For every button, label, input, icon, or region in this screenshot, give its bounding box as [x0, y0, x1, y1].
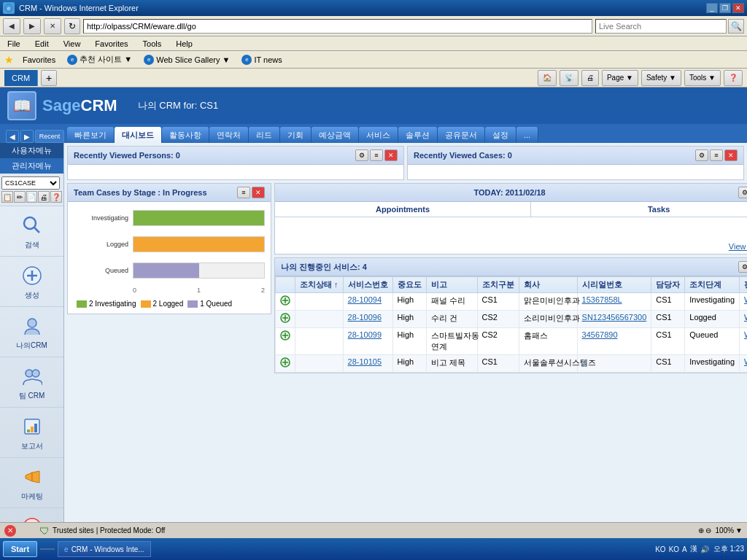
cell-expand-1[interactable]: [276, 311, 295, 328]
ie-icon: e: [3, 2, 15, 14]
sidebar-print-btn[interactable]: 🖨: [38, 191, 50, 203]
cell-case-num-0[interactable]: 28-10094: [343, 293, 392, 311]
sidebar-item-teamcrm[interactable]: 팀 CRM: [0, 357, 63, 408]
cell-serial-1[interactable]: SN123456567300: [577, 311, 651, 328]
cell-expand-2[interactable]: [276, 328, 295, 355]
back-button[interactable]: ◀: [3, 18, 20, 34]
sidebar-help-btn[interactable]: ❓: [50, 191, 62, 203]
sidebar-item-marketing[interactable]: 마케팅: [0, 458, 63, 508]
cell-region-3[interactable]: Worldwide: [740, 355, 747, 373]
menu-help[interactable]: Help: [173, 38, 196, 50]
cases-expand-btn[interactable]: ≡: [710, 149, 723, 161]
col-priority[interactable]: 중요도: [392, 277, 426, 293]
search-button[interactable]: 🔍: [728, 19, 744, 34]
zoom-text: 100%: [716, 526, 735, 534]
sidebar-item-reports[interactable]: 보고서: [0, 408, 63, 458]
menu-tools[interactable]: Tools: [140, 38, 165, 50]
taskbar-item-crm[interactable]: e CRM - Windows Inte...: [58, 541, 151, 557]
refresh-button[interactable]: ↻: [64, 18, 80, 34]
tab-leads[interactable]: 리드: [249, 127, 280, 143]
tab-documents[interactable]: 공유문서: [438, 127, 485, 143]
print-button[interactable]: 🖨: [581, 70, 599, 86]
window-controls[interactable]: _ ❐ ✕: [706, 3, 744, 13]
page-button[interactable]: Page ▼: [602, 70, 638, 86]
fav-item-3[interactable]: e IT news: [239, 53, 285, 66]
nav-forward-button[interactable]: ▶: [20, 130, 34, 143]
fav-item-1[interactable]: e 추천 사이트 ▼: [64, 52, 135, 66]
col-type[interactable]: 조치구분: [477, 277, 519, 293]
cell-expand-3[interactable]: [276, 355, 295, 373]
tab-settings[interactable]: 설정: [485, 127, 516, 143]
taskbar-item-label: CRM - Windows Inte...: [71, 545, 144, 553]
sidebar-new-btn[interactable]: 📋: [1, 191, 13, 203]
favorites-label[interactable]: Favorites: [20, 54, 58, 66]
menu-edit[interactable]: Edit: [32, 38, 52, 50]
persons-close-btn[interactable]: ✕: [384, 149, 398, 161]
cell-serial-2[interactable]: 34567890: [577, 328, 651, 355]
sidebar-edit-btn[interactable]: ✏: [14, 191, 26, 203]
tab-activities[interactable]: 활동사항: [162, 127, 209, 143]
col-stage[interactable]: 조치단계: [685, 277, 740, 293]
tab-opportunities[interactable]: 기회: [280, 127, 311, 143]
sidebar-copy-btn[interactable]: 📄: [26, 191, 38, 203]
cases-close-btn[interactable]: ✕: [724, 149, 738, 161]
rss-button[interactable]: 📡: [560, 70, 578, 86]
cell-region-2[interactable]: Worldwide: [740, 328, 747, 355]
stop-button[interactable]: ✕: [44, 18, 61, 34]
cell-region-1[interactable]: Worldwide: [740, 311, 747, 328]
fav-item-2[interactable]: e Web Slice Gallery ▼: [141, 53, 233, 66]
tab-contacts[interactable]: 연락처: [209, 127, 249, 143]
cases-config-btn[interactable]: ⚙: [738, 261, 747, 273]
help-toolbar-button[interactable]: ❓: [724, 70, 743, 86]
tab-forecast[interactable]: 예상금액: [311, 127, 359, 143]
cell-serial-0[interactable]: 15367858L: [577, 293, 651, 311]
zoom-control[interactable]: 100% ▼: [716, 526, 743, 534]
close-button[interactable]: ✕: [732, 3, 744, 13]
cell-region-0[interactable]: Worldwide: [740, 293, 747, 311]
sidebar-item-search[interactable]: 검색: [0, 206, 63, 257]
persons-expand-btn[interactable]: ≡: [370, 149, 383, 161]
cell-case-num-1[interactable]: 28-10096: [343, 311, 392, 328]
tab-quickview[interactable]: 빠른보기: [67, 127, 115, 143]
tab-more[interactable]: ...: [516, 127, 538, 143]
chart-expand-btn[interactable]: ≡: [237, 187, 250, 198]
view-calendar-link[interactable]: View Calendar: [729, 242, 747, 251]
tab-service[interactable]: 서비스: [359, 127, 398, 143]
sidebar-item-mycrm[interactable]: 나의CRM: [0, 307, 63, 357]
nav-back-button[interactable]: ◀: [6, 130, 19, 143]
col-region[interactable]: 판매구역: [740, 277, 747, 293]
chart-close-btn[interactable]: ✕: [252, 187, 265, 198]
cell-case-num-3[interactable]: 28-10105: [343, 355, 392, 373]
cell-expand-0[interactable]: [276, 293, 295, 311]
col-assignee[interactable]: 담당자: [651, 277, 685, 293]
cell-case-num-2[interactable]: 28-10099: [343, 328, 392, 355]
new-tab-button[interactable]: +: [41, 70, 57, 86]
address-input[interactable]: [83, 19, 592, 34]
sidebar-select[interactable]: CS1CASE: [1, 176, 60, 190]
sidebar-item-create[interactable]: 생성: [0, 257, 63, 307]
restore-button[interactable]: ❐: [719, 3, 731, 13]
recent-button[interactable]: Recent: [35, 130, 64, 143]
col-status[interactable]: 조치상태 ↑: [295, 277, 344, 293]
live-search-input[interactable]: [595, 19, 727, 34]
col-company[interactable]: 회사: [519, 277, 577, 293]
crm-tab[interactable]: CRM: [4, 70, 38, 86]
safety-button[interactable]: Safety ▼: [641, 70, 681, 86]
menu-favorites[interactable]: Favorites: [92, 38, 131, 50]
today-config-btn[interactable]: ⚙: [738, 187, 747, 198]
tools-button[interactable]: Tools ▼: [684, 70, 721, 86]
home-toolbar-button[interactable]: 🏠: [538, 70, 557, 86]
minimize-button[interactable]: _: [706, 3, 718, 13]
sidebar-item-logoff[interactable]: Log Off: [0, 508, 63, 522]
col-serial[interactable]: 시리얼번호: [577, 277, 651, 293]
persons-config-btn[interactable]: ⚙: [355, 149, 368, 161]
cases-config-btn[interactable]: ⚙: [695, 149, 708, 161]
tab-solutions[interactable]: 솔루션: [398, 127, 438, 143]
forward-button[interactable]: ▶: [23, 18, 41, 34]
menu-file[interactable]: File: [4, 38, 23, 50]
col-case-num[interactable]: 서비스번호: [343, 277, 392, 293]
start-button[interactable]: Start: [3, 541, 37, 557]
menu-view[interactable]: View: [61, 38, 84, 50]
col-note[interactable]: 비고: [426, 277, 477, 293]
tab-dashboard[interactable]: 대시보드: [115, 127, 162, 143]
